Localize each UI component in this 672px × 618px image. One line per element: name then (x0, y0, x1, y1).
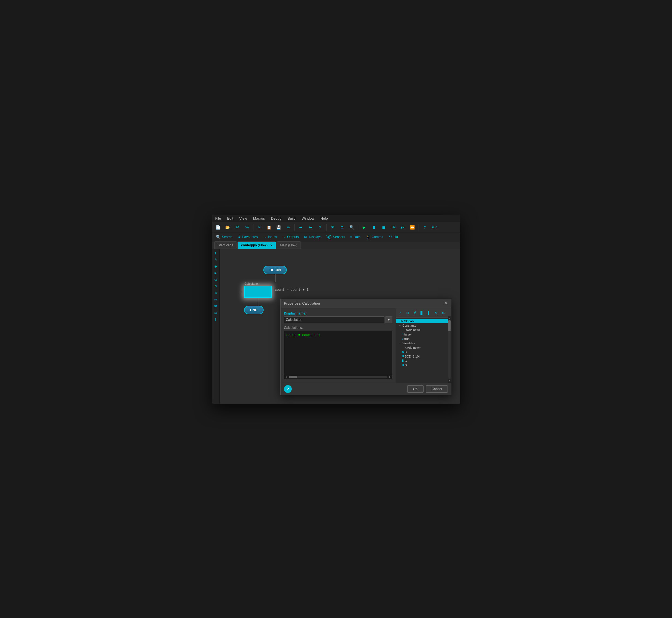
ok-button[interactable]: OK (407, 386, 423, 393)
new-file-btn[interactable]: 📄 (214, 223, 223, 231)
menu-build[interactable]: Build (286, 216, 297, 221)
save-btn[interactable]: 💾 (274, 223, 283, 231)
scroll-left-btn[interactable]: ◀ (284, 376, 288, 378)
sidebar-icon-i[interactable]: I (212, 250, 219, 256)
right-scrollbar[interactable]: ▲ ▼ (448, 316, 451, 383)
sim-btn[interactable]: SIM (389, 223, 398, 231)
sidebar-icon-grid[interactable]: ▤ (212, 310, 219, 316)
menu-file[interactable]: File (214, 216, 222, 221)
watch2-btn[interactable]: ⚙ (338, 223, 347, 231)
comms-quickbtn[interactable]: 📱 Comms (364, 234, 385, 240)
tree-view: − 🗂 Globals − Constants <Add new> (396, 318, 451, 370)
scrollbar-track[interactable] (289, 376, 387, 378)
step-btn[interactable]: ⏭ (398, 223, 407, 231)
sidebar-icon-diamond[interactable]: ◆ (212, 264, 219, 270)
edit-btn[interactable]: ✏ (284, 223, 293, 231)
cancel-button[interactable]: Cancel (426, 386, 447, 393)
main-tab[interactable]: Main (Flow) (277, 241, 301, 249)
globals-icon: 🗂 (400, 319, 403, 322)
tree-bcd[interactable]: B BCD_1[10] (396, 354, 451, 358)
tree-add-var[interactable]: <Add new> (396, 345, 451, 350)
start-page-tab[interactable]: Start Page (214, 241, 237, 249)
canvas-area[interactable]: BEGIN Calculation → count = count + 1 (220, 249, 460, 404)
slash-btn[interactable]: / (397, 310, 404, 316)
scroll-thumb[interactable] (448, 320, 450, 331)
undo-btn[interactable]: ↩ (296, 223, 305, 231)
pause-btn[interactable]: ⏸ (370, 223, 378, 231)
tree-d[interactable]: B D (396, 363, 451, 368)
begin-node[interactable]: BEGIN (263, 266, 287, 274)
outputs-quickbtn[interactable]: → Outputs (280, 234, 300, 240)
fx2-btn[interactable]: f$ (440, 310, 447, 316)
flow-line-2 (258, 298, 258, 306)
scroll-right-btn[interactable]: ▶ (388, 376, 392, 378)
tree-false[interactable]: b false (396, 332, 451, 336)
watch-btn[interactable]: 👁 (328, 223, 337, 231)
sidebar-icon-lines[interactable]: ≋ (212, 290, 219, 296)
sidebar-icon-play[interactable]: ▶ (212, 270, 219, 276)
scroll-down-btn[interactable]: ▼ (447, 379, 451, 383)
menu-window[interactable]: Window (300, 216, 315, 221)
menu-debug[interactable]: Debug (270, 216, 282, 221)
menu-help[interactable]: Help (319, 216, 329, 221)
tree-b[interactable]: B B (396, 350, 451, 354)
redo2-btn[interactable]: ↪ (243, 223, 252, 231)
search2-btn[interactable]: 🔍 (348, 223, 356, 231)
brace-x-btn[interactable]: {x} (404, 310, 411, 316)
conteggio-tab[interactable]: conteggio (Flow) ✕ (237, 241, 276, 249)
dialog-close-btn[interactable]: ✕ (444, 301, 448, 306)
open-btn[interactable]: 📂 (223, 223, 232, 231)
conteggio-close-icon[interactable]: ✕ (270, 244, 272, 247)
scroll-up-btn[interactable]: ▲ (447, 316, 451, 320)
sidebar-icon-circle[interactable]: ⊙ (212, 283, 219, 289)
sidebar-icon-ab[interactable]: AB (212, 277, 219, 283)
tree-add-const[interactable]: <Add new> (396, 328, 451, 332)
tree-add-var-label: <Add new> (405, 346, 421, 349)
ff-btn[interactable]: ⏩ (408, 223, 417, 231)
tree-variables[interactable]: − Variables (396, 341, 451, 345)
calc-node[interactable]: → (244, 286, 272, 298)
tree-constants[interactable]: − Constants (396, 323, 451, 328)
tree-c[interactable]: B C (396, 358, 451, 363)
undo2-btn[interactable]: ↩ (233, 223, 242, 231)
inputs-icon: → (263, 235, 267, 239)
menu-macros[interactable]: Macros (252, 216, 266, 221)
sidebar-icon-im[interactable]: IM (212, 297, 219, 303)
data-quickbtn[interactable]: ≡ Data (348, 234, 362, 240)
sidebar-icon-bracket[interactable]: [ (212, 316, 219, 322)
stop-btn[interactable]: ⏹ (379, 223, 388, 231)
run-btn[interactable]: ▶ (360, 223, 369, 231)
copy-btn[interactable]: 📋 (265, 223, 274, 231)
help-btn[interactable]: ? (316, 223, 324, 231)
fx1-btn[interactable]: fx (433, 310, 439, 316)
c-btn[interactable]: C (420, 223, 429, 231)
search-quickbtn[interactable]: 🔍 Search (214, 234, 234, 240)
sensors-quickbtn[interactable]: )))) Sensors (325, 234, 347, 240)
sidebar-icon-nt[interactable]: NT (212, 303, 219, 309)
calc-editor[interactable]: count = count + 1 (284, 331, 392, 375)
scroll-track[interactable] (448, 320, 450, 379)
menu-edit[interactable]: Edit (226, 216, 234, 221)
app-window: File Edit View Macros Debug Build Window… (212, 215, 460, 404)
inputs-quickbtn[interactable]: → Inputs (261, 234, 279, 240)
properties-dialog: Properties: Calculation ✕ Display name: … (280, 299, 451, 395)
favourites-quickbtn[interactable]: ★ Favourites (236, 234, 260, 240)
cut-btn[interactable]: ✂ (255, 223, 264, 231)
sidebar-icon-edit[interactable]: ✎ (212, 257, 219, 263)
help-btn[interactable]: ? (284, 385, 292, 393)
tree-true[interactable]: b true (396, 336, 451, 341)
display-name-dropdown[interactable]: ▼ (386, 316, 392, 323)
menu-view[interactable]: View (238, 216, 248, 221)
tree-root[interactable]: − 🗂 Globals (396, 319, 451, 323)
display-name-input[interactable] (284, 316, 384, 323)
block2-btn[interactable]: ▌ (426, 310, 432, 316)
bits-btn[interactable]: 1010 (430, 223, 439, 231)
displays-quickbtn[interactable]: 🖥 Displays (302, 234, 323, 240)
end-node[interactable]: END (244, 306, 264, 314)
block1-btn[interactable]: ▊ (419, 310, 425, 316)
calc-scrollbar[interactable]: ◀ ▶ (284, 375, 392, 379)
x-sym-btn[interactable]: x̄ (411, 310, 418, 316)
redo-btn[interactable]: ↪ (306, 223, 315, 231)
scrollbar-thumb[interactable] (289, 376, 297, 378)
ha-quickbtn[interactable]: 77 Ha (386, 234, 400, 240)
